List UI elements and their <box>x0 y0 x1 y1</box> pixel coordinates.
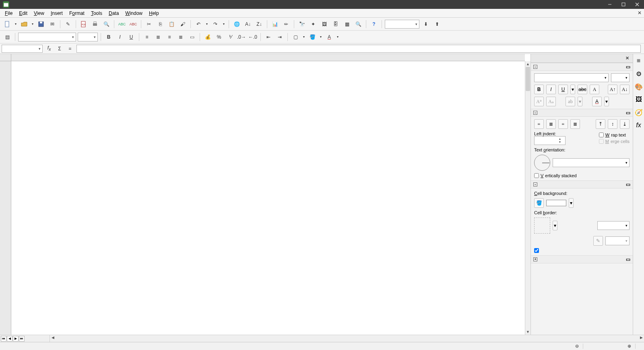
redo-dropdown[interactable]: ▾ <box>222 19 226 29</box>
section-cell-appearance-header[interactable]: – ▭ <box>531 180 633 188</box>
section-number-format-header[interactable]: + ▭ <box>531 255 633 263</box>
decrease-indent-icon[interactable]: ⇤ <box>264 32 273 42</box>
sidebar-settings-icon[interactable]: ≡ <box>634 56 643 65</box>
edit-file-icon[interactable]: ✎ <box>63 19 73 29</box>
cut-icon[interactable]: ✂ <box>144 19 154 29</box>
maximize-button[interactable] <box>617 0 630 9</box>
sidebar-functions-icon[interactable]: fx <box>634 121 643 130</box>
section-more-icon[interactable]: ▭ <box>626 182 630 187</box>
panel-fontcolor-dropdown[interactable]: ▾ <box>604 97 609 106</box>
cells-grid[interactable] <box>11 61 525 335</box>
formula-input[interactable] <box>76 45 641 53</box>
scroll-right-icon[interactable]: ▶ <box>638 336 644 341</box>
orientation-combo[interactable]: ▾ <box>553 158 630 167</box>
panel-superscript-icon[interactable]: Aᵃ <box>534 97 544 106</box>
vertical-scrollbar[interactable]: ▲ ▼ <box>525 61 530 335</box>
italic-icon[interactable]: I <box>115 32 125 42</box>
spin-down-icon[interactable]: ▼ <box>557 141 563 144</box>
section-text-collapse-icon[interactable]: – <box>533 65 537 69</box>
spellcheck-icon[interactable]: ABC <box>117 19 127 29</box>
chevron-down-icon[interactable]: ▾ <box>623 161 629 165</box>
properties-close-icon[interactable]: ✕ <box>624 56 630 61</box>
styles-icon[interactable]: ▤ <box>2 32 12 42</box>
panel-shrink-font-icon[interactable]: A↓ <box>620 85 630 94</box>
zoom-icon[interactable]: 🔍 <box>353 19 363 29</box>
undo-dropdown[interactable]: ▾ <box>205 19 209 29</box>
orientation-value-input[interactable] <box>553 159 623 167</box>
panel-bold-icon[interactable]: B <box>534 85 544 94</box>
minimize-button[interactable] <box>603 0 617 9</box>
border-preset-dropdown[interactable]: ▾ <box>553 221 557 230</box>
merge-cells-checkbox[interactable]: Merge cells <box>599 139 630 144</box>
chart-icon[interactable]: 📊 <box>270 19 280 29</box>
panel-italic-icon[interactable]: I <box>546 85 556 94</box>
first-sheet-icon[interactable]: ⏮ <box>1 336 6 342</box>
navigator-icon[interactable]: ✦ <box>308 19 318 29</box>
font-size-caret-icon[interactable]: ▾ <box>92 35 97 39</box>
sidebar-styles-icon[interactable]: 🎨 <box>634 82 643 91</box>
find-toolbar-input[interactable] <box>385 20 413 28</box>
currency-icon[interactable]: 💰 <box>203 32 213 42</box>
undo-icon[interactable]: ↶ <box>194 19 203 29</box>
section-text-header[interactable]: – ▭ <box>531 63 633 71</box>
border-preview[interactable] <box>534 217 550 234</box>
show-grid-lines-checkbox[interactable] <box>534 248 630 253</box>
last-sheet-icon[interactable]: ⏭ <box>19 336 25 342</box>
function-wizard-icon[interactable]: fx <box>45 45 53 53</box>
scroll-left-icon[interactable]: ◀ <box>50 336 56 341</box>
next-sheet-icon[interactable]: ▶ <box>13 336 19 342</box>
panel-fontcolor-icon[interactable]: A <box>592 97 602 106</box>
close-button[interactable] <box>630 0 644 9</box>
wrap-text-checkbox[interactable]: Wrap text <box>599 133 630 137</box>
remove-decimal-icon[interactable]: ←.0 <box>248 32 258 42</box>
menu-format[interactable]: Format <box>66 10 88 17</box>
left-indent-field[interactable] <box>535 138 557 143</box>
find-next-icon[interactable]: ⬇ <box>421 19 431 29</box>
show-draw-icon[interactable]: ✏ <box>281 19 291 29</box>
bold-icon[interactable]: B <box>104 32 114 42</box>
auto-spellcheck-icon[interactable]: ABC <box>128 19 138 29</box>
vertically-stacked-checkbox[interactable]: Vertically stacked <box>534 173 630 178</box>
section-number-expand-icon[interactable]: + <box>533 257 537 261</box>
bgcolor-icon[interactable]: 🪣 <box>308 32 317 42</box>
name-box-caret-icon[interactable]: ▾ <box>37 47 42 51</box>
underline-icon[interactable]: U <box>126 32 136 42</box>
borders-dropdown[interactable]: ▾ <box>302 32 306 42</box>
bucket-icon[interactable]: 🪣 <box>534 198 544 208</box>
menu-edit[interactable]: Edit <box>16 10 31 17</box>
orientation-dial[interactable] <box>534 155 550 171</box>
headers-icon[interactable]: ▦ <box>342 19 352 29</box>
help-icon[interactable]: ? <box>369 19 379 29</box>
standard-format-icon[interactable]: ⅟ <box>225 32 235 42</box>
select-all-corner[interactable] <box>0 54 11 61</box>
font-name-caret-icon[interactable]: ▾ <box>70 35 76 39</box>
fontcolor-icon[interactable]: A <box>324 32 334 42</box>
font-name-combo[interactable]: ▾ <box>18 33 76 41</box>
section-more-icon[interactable]: ▭ <box>626 64 630 70</box>
sum-icon[interactable]: Σ <box>56 45 64 53</box>
find-dropdown-icon[interactable]: ▾ <box>413 22 419 26</box>
borders-icon[interactable]: ▢ <box>291 32 300 42</box>
spin-up-icon[interactable]: ▲ <box>557 137 563 141</box>
email-icon[interactable]: ✉ <box>47 19 57 29</box>
export-pdf-icon[interactable]: PDF <box>79 19 89 29</box>
panel-grow-font-icon[interactable]: A↑ <box>608 85 617 94</box>
panel-font-name-combo[interactable]: ▾ <box>534 73 609 82</box>
menu-data[interactable]: Data <box>105 10 122 17</box>
new-doc-dropdown[interactable]: ▾ <box>14 19 18 29</box>
section-more-icon[interactable]: ▭ <box>626 257 630 262</box>
panel-underline-icon[interactable]: U <box>558 85 568 94</box>
find-replace-icon[interactable]: 🔭 <box>297 19 307 29</box>
close-document-icon[interactable]: ✕ <box>638 10 642 16</box>
font-size-combo[interactable]: ▾ <box>78 33 98 41</box>
sidebar-gallery-icon[interactable]: 🖼 <box>634 95 643 104</box>
panel-font-size-input[interactable] <box>611 74 623 82</box>
menu-tools[interactable]: Tools <box>88 10 105 17</box>
left-indent-input[interactable]: ▲▼ <box>534 136 566 145</box>
font-name-input[interactable] <box>19 33 70 41</box>
panel-highlight-dropdown[interactable]: ▾ <box>578 97 582 106</box>
zoom-out-icon[interactable]: ⊖ <box>571 344 583 349</box>
section-cell-collapse-icon[interactable]: – <box>533 182 537 186</box>
open-dropdown[interactable]: ▾ <box>31 19 35 29</box>
function-equals-icon[interactable]: = <box>66 45 74 53</box>
